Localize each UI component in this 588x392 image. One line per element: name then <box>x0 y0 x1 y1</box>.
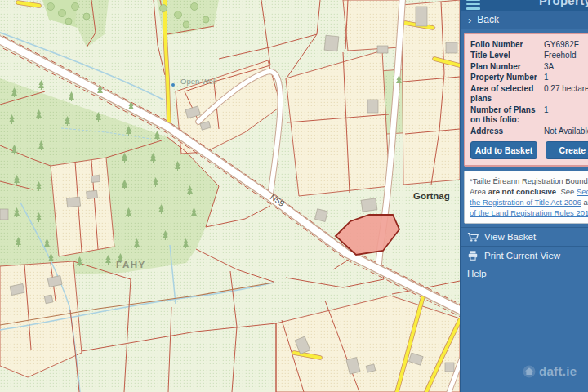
folio-details-panel: Folio Number GY6982F Title Level Freehol… <box>464 33 588 167</box>
field-label: Title Level <box>470 51 544 61</box>
menu-item-label: Help <box>467 269 487 278</box>
sidebar-title: Property <box>539 0 588 7</box>
field-label: Area of selected plans <box>470 84 544 105</box>
field-value: 1 <box>544 105 588 126</box>
field-value: 3A <box>544 62 588 73</box>
basket-icon <box>467 231 479 243</box>
field-label: Plan Number <box>470 62 544 73</box>
back-button[interactable]: › Back <box>461 11 588 29</box>
disclaimer-text: . See <box>556 187 577 196</box>
field-value: Not Available <box>544 127 588 137</box>
sidebar-menu: View Basket Print Current View Help <box>461 227 588 283</box>
sidebar-header: Property <box>461 0 588 11</box>
folio-field-row: Address Not Available <box>470 126 588 137</box>
field-value: 0.27 hectares. <box>544 84 588 105</box>
disclaimer-text: and <box>581 198 588 207</box>
field-value: Freehold <box>544 51 588 61</box>
folio-field-row: Folio Number GY6982F <box>470 39 588 51</box>
add-to-basket-button[interactable]: Add to Basket <box>470 141 537 159</box>
menu-item-label: Print Current View <box>484 251 560 261</box>
folio-actions: Add to Basket Create Alert <box>470 141 588 159</box>
hamburger-menu-icon[interactable] <box>466 0 480 11</box>
menu-item-label: View Basket <box>484 232 536 242</box>
map-label-gortnag: Gortnag <box>413 191 450 201</box>
map-canvas[interactable]: Open Well N59 FAHY Gortnag <box>0 0 460 392</box>
daft-logo-text: daft.ie <box>539 364 577 378</box>
property-sidebar: Property › Back Folio Number GY6982F Tit… <box>460 0 588 392</box>
back-label: Back <box>477 14 499 25</box>
folio-field-row: Property Number 1 <box>470 73 588 84</box>
map-label-open-well: Open Well <box>180 77 216 86</box>
help-menu-item[interactable]: Help <box>461 265 588 283</box>
folio-field-row: Number of Plans on this folio: 1 <box>470 105 588 126</box>
field-label: Number of Plans on this folio: <box>470 105 544 126</box>
app-window: Open Well N59 FAHY Gortnag Property › Ba… <box>0 0 588 392</box>
folio-field-row: Plan Number 3A <box>470 61 588 73</box>
chevron-right-icon: › <box>468 15 471 25</box>
printer-icon <box>467 250 479 261</box>
field-value: 1 <box>544 73 588 83</box>
field-label: Folio Number <box>470 40 544 51</box>
field-label: Property Number <box>470 73 544 83</box>
disclaimer-bold-text: are not conclusive <box>488 187 556 196</box>
map-label-fahy: FAHY <box>116 260 146 270</box>
folio-field-row: Title Level Freehold <box>470 51 588 62</box>
create-alert-button[interactable]: Create Alert <box>546 141 588 159</box>
print-current-view-menu-item[interactable]: Print Current View <box>461 246 588 265</box>
view-basket-menu-item[interactable]: View Basket <box>461 227 588 246</box>
map-svg: Open Well N59 FAHY Gortnag <box>0 0 460 392</box>
daft-house-icon <box>523 365 536 378</box>
well-marker-icon <box>172 83 175 87</box>
field-label: Address <box>470 127 544 137</box>
folio-field-row: Area of selected plans 0.27 hectares. <box>470 83 588 105</box>
boundaries-disclaimer: *Tailte Éireann Registration Boundaries … <box>464 171 588 224</box>
field-value: GY6982F <box>544 40 588 51</box>
daft-watermark: daft.ie <box>523 364 577 378</box>
